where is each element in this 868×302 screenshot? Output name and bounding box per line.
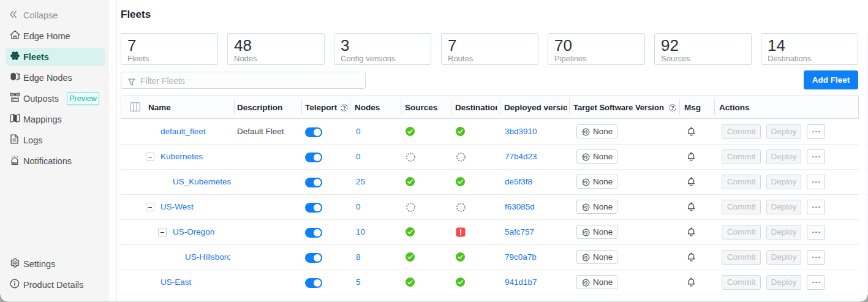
svg-text:?: ?	[342, 105, 345, 111]
svg-text:?: ?	[671, 105, 674, 111]
